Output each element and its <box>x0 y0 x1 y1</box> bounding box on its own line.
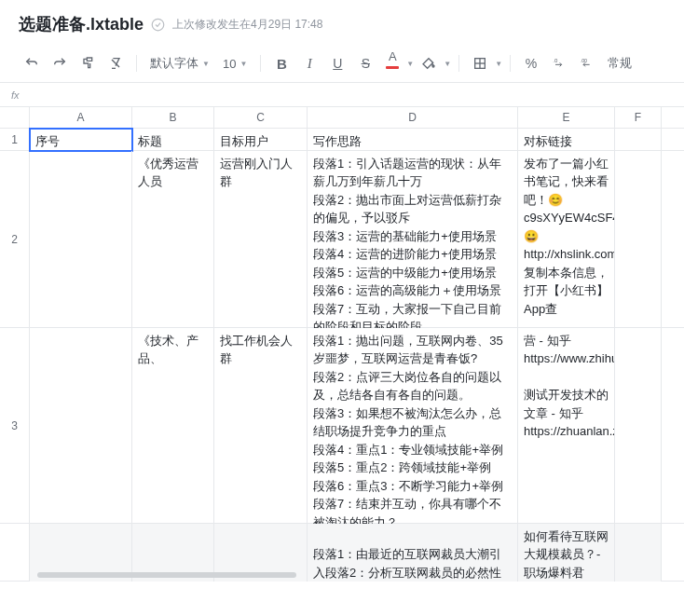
cell[interactable]: 发布了一篇小红书笔记，快来看吧！😊 c9sXYyEW4cSF4At 😀 http… <box>518 151 615 328</box>
column-header[interactable]: E <box>518 107 615 128</box>
column-header[interactable]: B <box>132 107 214 128</box>
increase-decimal-button[interactable]: .00 <box>574 50 600 76</box>
redo-button[interactable] <box>47 50 73 76</box>
cell[interactable]: 《优秀运营人员 <box>132 151 214 328</box>
cell[interactable] <box>30 151 132 328</box>
underline-button[interactable]: U <box>324 50 350 76</box>
column-headers: ABCDEF <box>0 107 684 129</box>
column-header[interactable]: C <box>214 107 308 128</box>
cell[interactable] <box>615 129 662 151</box>
undo-button[interactable] <box>19 50 45 76</box>
fx-label: fx <box>11 89 20 101</box>
separator <box>136 55 137 72</box>
last-modified-label: 上次修改发生在4月29日 17:48 <box>172 17 322 33</box>
row-headers: 123 <box>0 129 30 582</box>
font-family-select[interactable]: 默认字体▼ <box>144 50 215 76</box>
separator <box>260 55 261 72</box>
font-color-button[interactable]: A <box>380 50 404 76</box>
horizontal-scrollbar[interactable] <box>37 572 684 582</box>
column-header[interactable]: D <box>308 107 518 128</box>
sync-check-icon <box>151 18 165 32</box>
font-family-label: 默认字体 <box>150 55 198 72</box>
chevron-down-icon[interactable]: ▼ <box>406 60 414 68</box>
cell[interactable]: 对标链接 <box>518 129 615 151</box>
cell[interactable]: 序号 <box>30 129 132 151</box>
clear-format-button[interactable] <box>103 50 129 76</box>
cells-area: 序号标题目标用户写作思路对标链接《优秀运营人员运营刚入门人群段落1：引入话题运营… <box>30 129 684 582</box>
spreadsheet-grid: ABCDEF 123 序号标题目标用户写作思路对标链接《优秀运营人员运营刚入门人… <box>0 107 684 582</box>
row-header[interactable] <box>0 524 30 582</box>
chevron-down-icon[interactable]: ▼ <box>495 60 502 68</box>
bold-button[interactable]: B <box>268 50 294 76</box>
column-header[interactable]: F <box>615 107 662 128</box>
svg-text:.00: .00 <box>581 58 587 63</box>
svg-point-0 <box>152 19 164 31</box>
cell[interactable]: 《技术、产品、 <box>132 328 214 524</box>
cell[interactable]: 运营刚入门人群 <box>214 151 308 328</box>
document-header: 选题准备.lxtable 上次修改发生在4月29日 17:48 <box>0 0 684 45</box>
row-header[interactable]: 2 <box>0 151 30 328</box>
chevron-down-icon: ▼ <box>239 60 247 68</box>
document-title: 选题准备.lxtable <box>19 13 144 35</box>
decrease-decimal-button[interactable]: .0 <box>546 50 572 76</box>
font-size-select[interactable]: 10▼ <box>217 50 253 76</box>
strikethrough-button[interactable]: S <box>352 50 378 76</box>
cell[interactable]: 标题 <box>132 129 214 151</box>
percent-button[interactable]: % <box>518 50 544 76</box>
toolbar: 默认字体▼ 10▼ B I U S A ▼ ▼ ▼ % .0 .00 常规 <box>0 45 684 83</box>
cell[interactable] <box>615 151 662 328</box>
italic-button[interactable]: I <box>296 50 322 76</box>
cell[interactable] <box>615 328 662 524</box>
separator <box>458 55 459 72</box>
number-format-select[interactable]: 常规 <box>602 50 637 76</box>
svg-text:.0: .0 <box>553 58 558 63</box>
row-header[interactable]: 1 <box>0 129 30 151</box>
cell[interactable]: 段落1：抛出问题，互联网内卷、35岁噩梦，互联网运营是青春饭? 段落2：点评三大… <box>308 328 518 524</box>
chevron-down-icon: ▼ <box>202 60 210 68</box>
row-header[interactable]: 3 <box>0 328 30 524</box>
column-header[interactable]: A <box>30 107 132 128</box>
cell[interactable]: 营 - 知乎 https://www.zhihu.com/question/49… <box>518 328 615 524</box>
cell[interactable]: 写作思路 <box>308 129 518 151</box>
bg-color-button[interactable] <box>416 50 442 76</box>
separator <box>510 55 511 72</box>
chevron-down-icon[interactable]: ▼ <box>444 60 451 68</box>
cell[interactable] <box>30 328 132 524</box>
cell[interactable]: 找工作机会人群 <box>214 328 308 524</box>
number-format-label: 常规 <box>608 55 632 72</box>
font-size-label: 10 <box>223 57 236 71</box>
cell[interactable]: 段落1：引入话题运营的现状：从年薪几万到年薪几十万 段落2：抛出市面上对运营低薪… <box>308 151 518 328</box>
scroll-thumb[interactable] <box>37 572 296 578</box>
format-painter-button[interactable] <box>75 50 101 76</box>
borders-button[interactable] <box>467 50 493 76</box>
cell[interactable]: 目标用户 <box>214 129 308 151</box>
formula-bar[interactable]: fx <box>0 83 684 107</box>
corner-cell[interactable] <box>0 107 30 128</box>
